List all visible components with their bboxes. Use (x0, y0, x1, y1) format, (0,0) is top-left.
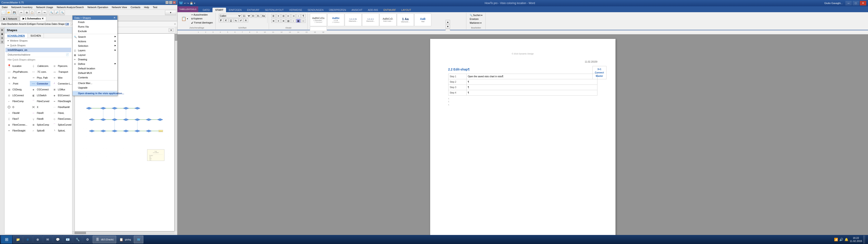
shape-fibrecomp[interactable]: ⌐ FibreComp (5, 98, 29, 104)
style-4[interactable]: 1.1.1.1 Überschr... (362, 13, 379, 26)
menu2-shape[interactable]: Shape (58, 23, 65, 25)
scroll-thumb-h[interactable] (74, 232, 86, 234)
menu-network-usage[interactable]: Network Usage (35, 5, 54, 9)
shape-lgconnect[interactable]: ⊡ LGConnect (5, 93, 29, 98)
tab-entwurf2[interactable]: ENTWURF (381, 8, 399, 12)
font-color-btn[interactable]: A (244, 18, 248, 22)
ctx-contents[interactable]: Contents (72, 75, 117, 80)
taskbar-app-mail[interactable]: ✉ (43, 236, 53, 243)
underline-btn[interactable]: U (229, 18, 233, 22)
tb-new[interactable]: 📄 (1, 10, 6, 15)
word-redo-btn[interactable]: ↪ (187, 2, 189, 5)
style-2[interactable]: AaBbi 1.1 A 1 Subtitles (327, 13, 344, 26)
search-btn[interactable]: 🔍 Suchen ▾ (469, 13, 484, 17)
tab-sendungen[interactable]: SENDUNGEN (305, 8, 326, 12)
show-marks-btn[interactable]: ¶ (301, 14, 306, 18)
ribbon-paste-btn[interactable]: 📋 ▾ (180, 16, 190, 22)
shape-fibret[interactable]: ┤ FibreT (5, 116, 29, 122)
shape-pipeconn[interactable]: ⊞ Pipeconn. (51, 63, 74, 69)
menu2-datei[interactable]: Datei (1, 23, 6, 25)
tb-right1[interactable]: ▼ (165, 10, 176, 15)
menu-view[interactable]: Network View (111, 5, 128, 9)
numbering-btn[interactable]: ≡ (276, 14, 281, 18)
taskbar-app-db3[interactable]: 🗄 db3 (Oracle) (93, 236, 116, 243)
ctx-layout[interactable]: ▦ Layout (72, 53, 117, 57)
canvas-scrollbar-h[interactable] (72, 231, 175, 234)
tab-start[interactable]: START (213, 8, 226, 12)
line-spacing-btn[interactable]: ↕ (291, 19, 296, 23)
taskbar-clock[interactable]: 16:22 11.02.2015 (850, 236, 862, 243)
shape-cross[interactable]: X (30, 104, 51, 110)
tray-notif-icon[interactable]: 🔔 (844, 238, 848, 241)
shape-physpath2[interactable]: ⇀ Phys. Path (30, 75, 51, 81)
menu2-cm[interactable]: CM (65, 23, 69, 25)
scroll-thumb-v[interactable] (175, 34, 177, 41)
bullets-btn[interactable]: ☰ (271, 14, 276, 18)
tab-schematics[interactable]: ▶ 1 Schematics ✕ (20, 16, 46, 21)
nav-btn-1[interactable]: ▶ (0, 28, 4, 32)
tb-search[interactable]: 🔍 (49, 10, 54, 15)
style-3[interactable]: 1.1.1 Ac Überschr... (345, 13, 362, 26)
shape-cableconn[interactable]: ┼ .Cableconn. (30, 63, 51, 69)
style-1[interactable]: AaBbCcDo 1 Docume... 1 Standard (310, 13, 327, 26)
shading-btn[interactable]: ▦ (296, 19, 301, 23)
taskbar-app-5[interactable]: ⚙ (83, 236, 92, 243)
clear-format-btn[interactable]: Aa (261, 14, 266, 18)
superscript-btn[interactable]: x² (239, 18, 243, 22)
word-close-btn[interactable]: ✕ (860, 1, 866, 5)
sort-btn[interactable]: ↕ (296, 14, 301, 18)
shape-fibreconnec[interactable]: ◇ FibreConnec... (51, 116, 74, 122)
nav-btn-4[interactable]: ☰ (0, 40, 4, 44)
style-6[interactable]: 1 Aa Überschr... (397, 13, 414, 26)
shape-lgswitch[interactable]: ◧ LGSwitch (30, 93, 51, 98)
menu2-extras[interactable]: Extras (44, 23, 51, 25)
tb-zoom-out[interactable]: 🔍 (60, 10, 65, 15)
justify-btn[interactable]: ▤ (286, 19, 291, 23)
tab-ueberprufen[interactable]: ÜBERPRÜFEN (326, 8, 349, 12)
word-maximize-btn[interactable]: □ (852, 1, 859, 5)
ctx-drawing[interactable]: ✏ Drawing (72, 57, 117, 62)
word-undo-btn[interactable]: ↩ (184, 2, 186, 5)
border-btn[interactable]: □ (301, 19, 306, 23)
shape-fibrer[interactable]: ─ FibreR (30, 110, 51, 116)
ctx-actions[interactable]: Actions (72, 39, 117, 43)
taskbar-app-lync[interactable]: 💬 (53, 236, 62, 243)
ctx-upgrade[interactable]: Upgrade (72, 85, 117, 90)
multilevel-btn[interactable]: ⊟ (281, 14, 286, 18)
tray-volume-icon[interactable]: 🔊 (839, 238, 843, 241)
shape-ilocation[interactable]: 📍 iLocation (5, 63, 29, 69)
shapes-cat-quick[interactable]: ▸ Quick-Shapes (5, 43, 71, 48)
tab-layout[interactable]: LAYOUT (399, 8, 414, 12)
shape-fibrestraight[interactable]: ━ FibreStraight (51, 98, 74, 104)
shape-circle[interactable]: O (5, 104, 29, 110)
tab-entwurf[interactable]: ENTWURF (244, 8, 262, 12)
shape-fiberrainm[interactable]: ⋯ FibreRainM (51, 104, 74, 110)
tab-addins[interactable]: ADD-INS (365, 8, 381, 12)
nav-btn-3[interactable]: ⊞ (0, 36, 4, 40)
shapes-cat-intelli[interactable]: IntelliShapes_en (5, 48, 71, 52)
shape-cgdesig[interactable]: ▤ CGDesig (5, 87, 29, 92)
style-5[interactable]: AaBbCcD. Kein Leer... (379, 13, 397, 26)
tb-undo[interactable]: ↩ (37, 10, 41, 15)
tb-open[interactable]: 📂 (6, 10, 11, 15)
menu2-dates[interactable]: Dates (52, 23, 57, 25)
menu2-bearbeiten[interactable]: Bearbeiten (7, 23, 18, 25)
font-shrink-btn[interactable]: A↓ (256, 14, 261, 18)
paste-dropdown[interactable]: ▾ (187, 18, 188, 20)
increase-indent-btn[interactable]: ⇥ (291, 14, 296, 18)
ctx-check-filter[interactable]: Check filter... (72, 81, 117, 85)
shape-fibrem[interactable]: ─ FibreM (5, 110, 29, 116)
font-size-select[interactable]: 11 (242, 14, 251, 18)
ribbon-format-btn[interactable]: 🖌 Format übertragen (190, 21, 214, 24)
decrease-indent-btn[interactable]: ⇤ (286, 14, 291, 18)
shape-fibreconnec2[interactable]: ◈ FibreConnec... (5, 122, 29, 127)
canvas-close-btn[interactable]: ✕ (168, 28, 174, 32)
taskbar-app-giulog[interactable]: 📋 giulog (117, 236, 133, 243)
ctx-default-location[interactable]: Default location (72, 66, 117, 71)
shape-fibrel[interactable]: ─ FibreL (51, 110, 74, 116)
tb-paste[interactable]: 📋 (30, 10, 35, 15)
ribbon-cut-btn[interactable]: ✂ Ausschneiden (190, 13, 214, 17)
taskbar-app-explorer[interactable]: 📁 (13, 236, 23, 243)
shape-splicel[interactable]: └ SpliceL (51, 128, 74, 133)
shape-transport[interactable]: ▭ :Transport (51, 69, 74, 74)
